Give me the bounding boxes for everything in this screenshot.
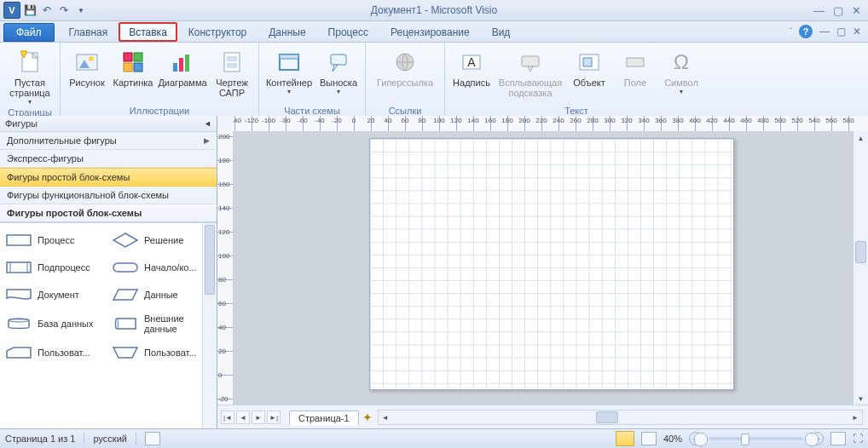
view-mode-normal-icon[interactable] (616, 431, 634, 446)
maximize-button[interactable]: ▢ (833, 4, 843, 17)
doc-close-icon[interactable]: ✕ (853, 26, 861, 37)
ribbon-tabs: Файл Главная Вставка Конструктор Данные … (0, 21, 868, 43)
fullscreen-toggle-icon[interactable]: ⛶ (853, 433, 863, 445)
svg-marker-34 (113, 290, 137, 300)
scroll-right-icon[interactable]: ► (848, 411, 862, 424)
tab-view[interactable]: Вид (481, 23, 522, 42)
zoom-slider[interactable] (709, 437, 803, 440)
minimize-button[interactable]: — (813, 4, 825, 17)
svg-rect-9 (134, 63, 142, 72)
callout-button[interactable]: Выноска ▼ (317, 44, 360, 97)
vertical-scrollbar[interactable]: ▲ ▼ (853, 131, 868, 405)
svg-marker-36 (7, 347, 31, 358)
shape-list: ПроцессРешениеПодпроцессНачало/ко...Доку… (0, 222, 217, 429)
hyperlink-icon (391, 49, 419, 76)
doc-minimize-icon[interactable]: — (819, 26, 830, 37)
screentip-icon (517, 49, 544, 76)
scroll-up-icon[interactable]: ▲ (854, 131, 868, 145)
basic-flow-label: Фигуры простой блок-схемы (7, 172, 130, 182)
basic-flowchart-row[interactable]: Фигуры простой блок-схемы (0, 168, 217, 187)
scroll-left-icon[interactable]: ◄ (379, 411, 392, 424)
shape-item[interactable]: Решение (108, 227, 215, 254)
chevron-down-icon: ▼ (336, 89, 342, 95)
chevron-right-icon: ▶ (204, 136, 210, 145)
chart-button[interactable]: Диаграмма (158, 44, 207, 90)
ribbon-collapse-icon[interactable]: ˇ (790, 27, 792, 37)
screentip-label: Всплывающая подсказка (497, 78, 564, 98)
page-tab[interactable]: Страница-1 (289, 411, 359, 425)
field-button[interactable]: Поле (614, 44, 657, 90)
blank-page-button[interactable]: Пустая страница ▼ (5, 44, 55, 107)
shape-item[interactable]: Пользоват... (108, 339, 215, 366)
drawing-viewport[interactable] (233, 131, 854, 405)
save-icon[interactable]: 💾 (22, 3, 38, 18)
more-shapes-label: Дополнительные фигуры (7, 135, 117, 146)
doc-restore-icon[interactable]: ▢ (836, 26, 846, 37)
language-indicator[interactable]: русский (93, 434, 126, 444)
cad-button[interactable]: Чертеж САПР (211, 44, 253, 101)
field-label: Поле (624, 78, 646, 88)
macro-record-icon[interactable] (145, 432, 160, 445)
chart-icon (169, 49, 196, 76)
ribbon: Пустая страница ▼ Страницы Рисунок Карти… (0, 43, 868, 118)
qat-dropdown-icon[interactable]: ▼ (73, 3, 89, 18)
tab-file[interactable]: Файл (3, 23, 55, 42)
functional-flowchart-row[interactable]: Фигуры функциональной блок-схемы (0, 187, 217, 204)
shape-item[interactable]: Процесс (2, 227, 108, 254)
screentip-button[interactable]: Всплывающая подсказка (496, 44, 564, 101)
close-button[interactable]: ✕ (852, 4, 861, 17)
undo-icon[interactable]: ↶ (39, 3, 55, 18)
shape-item[interactable]: Пользоват... (2, 339, 108, 366)
shape-item[interactable]: Подпроцесс (2, 254, 108, 281)
svg-marker-24 (528, 66, 533, 72)
tab-data[interactable]: Данные (258, 23, 316, 42)
shapes-scrollbar[interactable] (202, 223, 217, 429)
textbox-button[interactable]: A Надпись (450, 44, 493, 90)
app-icon[interactable]: V (3, 2, 20, 19)
hyperlink-label: Гиперссылка (377, 78, 433, 88)
func-flow-label: Фигуры функциональной блок-схемы (7, 190, 169, 200)
clipart-icon (119, 49, 147, 76)
tab-home[interactable]: Главная (58, 23, 119, 42)
shape-item[interactable]: Документ (2, 281, 108, 308)
shape-item[interactable]: Данные (108, 281, 215, 308)
zoom-level[interactable]: 40% (663, 434, 682, 444)
svg-rect-33 (113, 263, 137, 272)
clipart-button[interactable]: Картинка (112, 44, 154, 90)
fit-page-icon[interactable] (830, 432, 846, 445)
more-shapes-row[interactable]: Дополнительные фигуры ▶ (0, 132, 217, 150)
shape-item[interactable]: Начало/ко... (108, 254, 215, 281)
scroll-down-icon[interactable]: ▼ (854, 392, 868, 405)
shape-item[interactable]: Внешние данные (108, 308, 215, 339)
textbox-label: Надпись (453, 78, 490, 88)
first-page-button[interactable]: |◄ (221, 411, 234, 424)
prev-page-button[interactable]: ◄ (236, 411, 250, 424)
symbol-button[interactable]: Ω Символ ▼ (660, 44, 703, 97)
svg-rect-13 (224, 53, 240, 72)
add-page-icon[interactable]: ✦ (362, 411, 373, 424)
last-page-button[interactable]: ►| (267, 411, 281, 424)
tab-design[interactable]: Конструктор (177, 23, 258, 42)
chevron-down-icon: ▼ (679, 89, 685, 95)
tab-review[interactable]: Рецензирование (379, 23, 481, 42)
tab-process[interactable]: Процесс (317, 23, 379, 42)
view-mode-fullscreen-icon[interactable] (641, 432, 657, 445)
horizontal-scrollbar[interactable]: ◄ ► (378, 410, 863, 425)
drawing-page[interactable] (369, 138, 734, 390)
hyperlink-button[interactable]: Гиперссылка (371, 44, 439, 90)
ruler-vertical[interactable]: 200180160140120100806040200-20 (217, 131, 234, 405)
redo-icon[interactable]: ↷ (56, 3, 72, 18)
picture-button[interactable]: Рисунок (66, 44, 108, 90)
shape-label: База данных (38, 319, 94, 329)
chevron-left-icon[interactable]: ◄ (204, 119, 211, 128)
container-button[interactable]: Контейнер ▼ (264, 44, 314, 97)
field-icon (622, 49, 649, 76)
quick-shapes-label: Экспресс-фигуры (7, 153, 84, 164)
quick-shapes-row[interactable]: Экспресс-фигуры (0, 150, 217, 168)
next-page-button[interactable]: ► (252, 411, 265, 424)
shape-item[interactable]: База данных (2, 308, 108, 339)
object-button[interactable]: Объект (568, 44, 610, 90)
tab-insert[interactable]: Вставка (119, 22, 177, 42)
ruler-horizontal[interactable]: -140-120-100-80-60-40-200204060801001201… (233, 116, 868, 132)
help-icon[interactable]: ? (799, 25, 813, 38)
